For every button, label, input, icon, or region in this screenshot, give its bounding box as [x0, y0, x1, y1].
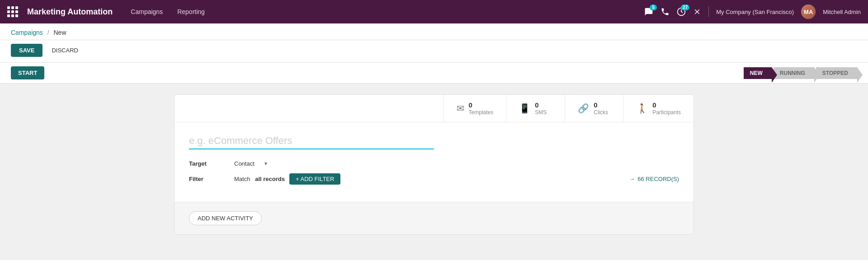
target-select-wrapper: Contact ▼ [234, 160, 268, 167]
status-bar: START NEW RUNNING STOPPED [0, 63, 868, 84]
company-name: My Company (San Francisco) [716, 9, 794, 15]
sms-label: SMS [535, 109, 547, 116]
breadcrumb-current: New [54, 29, 66, 36]
records-arrow: → [629, 176, 635, 182]
chat-badge: 5 [650, 5, 657, 10]
start-button[interactable]: START [11, 66, 44, 79]
app-brand: Marketing Automation [27, 7, 113, 17]
link-icon: 🔗 [578, 103, 589, 114]
participants-label: Participants [652, 109, 681, 116]
stat-sms[interactable]: 📱 0 SMS [506, 95, 565, 122]
nav-divider [708, 6, 709, 17]
filter-label: Filter [189, 176, 234, 182]
filter-match-text: Match all records [234, 176, 285, 182]
stats-row: ✉ 0 Templates 📱 0 SMS 🔗 0 Clicks [175, 95, 693, 122]
app-grid-icon[interactable] [7, 6, 18, 17]
breadcrumb: Campaigns / New [11, 29, 857, 36]
phone-icon-btn[interactable] [660, 7, 670, 16]
target-field-row: Target Contact ▼ [189, 160, 679, 167]
templates-count: 0 [469, 101, 494, 109]
stat-participants[interactable]: 🚶 0 Participants [623, 95, 693, 122]
clock-icon-btn[interactable]: 27 [677, 7, 686, 16]
stat-clicks[interactable]: 🔗 0 Clicks [565, 95, 623, 122]
participants-count: 0 [652, 101, 681, 109]
chat-icon-btn[interactable]: 5 [644, 7, 653, 16]
person-icon: 🚶 [637, 103, 648, 114]
avatar[interactable]: MA [801, 5, 816, 19]
menu-campaigns[interactable]: Campaigns [125, 5, 168, 18]
clicks-label: Clicks [594, 109, 608, 116]
breadcrumb-bar: Campaigns / New [0, 23, 868, 40]
action-bar: SAVE DISCARD [0, 40, 868, 63]
campaign-card: ✉ 0 Templates 📱 0 SMS 🔗 0 Clicks [174, 94, 694, 235]
phone-icon: 📱 [519, 103, 530, 114]
campaign-form: Target Contact ▼ Filter Match all record… [175, 122, 693, 202]
clock-badge: 27 [681, 5, 689, 10]
nav-icons: 5 27 My Company (San Francisco) MA Mitch… [644, 5, 861, 19]
activity-section: ADD NEW ACTIVITY [175, 202, 693, 234]
filter-field-row: Filter Match all records + ADD FILTER → … [189, 173, 679, 185]
add-filter-button[interactable]: + ADD FILTER [289, 173, 340, 185]
breadcrumb-separator: / [47, 29, 49, 36]
top-navigation: Marketing Automation Campaigns Reporting… [0, 0, 868, 23]
target-label: Target [189, 160, 234, 167]
menu-reporting[interactable]: Reporting [172, 5, 210, 18]
main-content: ✉ 0 Templates 📱 0 SMS 🔗 0 Clicks [0, 84, 868, 253]
sms-count: 0 [535, 101, 547, 109]
pipeline-step-new[interactable]: NEW [744, 67, 772, 79]
stat-templates[interactable]: ✉ 0 Templates [443, 95, 506, 122]
select-arrow-icon: ▼ [264, 161, 268, 166]
filter-row: Match all records + ADD FILTER → 66 RECO… [234, 173, 679, 185]
add-activity-button[interactable]: ADD NEW ACTIVITY [189, 211, 262, 225]
close-icon-btn[interactable] [693, 8, 701, 16]
pipeline-step-running[interactable]: RUNNING [774, 67, 814, 79]
envelope-icon: ✉ [457, 103, 464, 114]
avatar-image: MA [801, 5, 816, 19]
clicks-count: 0 [594, 101, 608, 109]
pipeline-step-stopped[interactable]: STOPPED [816, 67, 857, 79]
save-button[interactable]: SAVE [11, 44, 42, 57]
templates-label: Templates [469, 109, 494, 116]
top-menu: Campaigns Reporting [125, 5, 210, 18]
discard-button[interactable]: DISCARD [46, 44, 84, 57]
filter-records[interactable]: → 66 RECORD(S) [629, 176, 679, 182]
breadcrumb-parent[interactable]: Campaigns [11, 29, 43, 36]
campaign-name-input[interactable] [189, 133, 434, 149]
records-count: 66 RECORD(S) [637, 176, 679, 182]
pipeline-steps: NEW RUNNING STOPPED [744, 67, 857, 79]
username: Mitchell Admin [823, 9, 861, 15]
target-select[interactable]: Contact [234, 160, 262, 167]
